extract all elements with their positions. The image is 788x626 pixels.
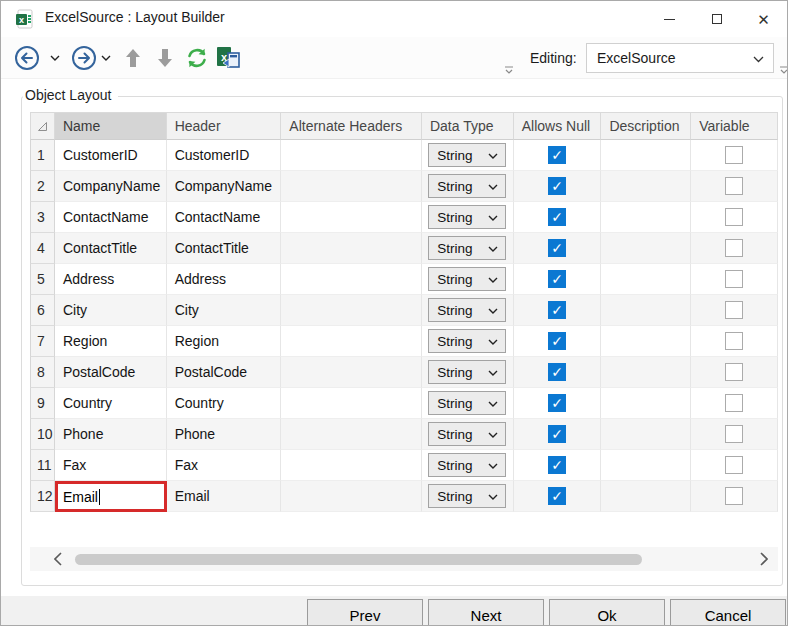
alternate-headers-cell[interactable] (281, 326, 422, 357)
data-type-dropdown[interactable]: String (428, 391, 506, 415)
header-cell[interactable]: Country (167, 388, 282, 419)
data-type-dropdown[interactable]: String (428, 422, 506, 446)
header-cell[interactable]: PostalCode (167, 357, 282, 388)
forward-dropdown-button[interactable] (98, 37, 114, 79)
refresh-button[interactable] (183, 37, 211, 79)
variable-checkbox[interactable] (725, 425, 743, 443)
allows-null-checkbox[interactable]: ✓ (548, 487, 566, 505)
data-type-dropdown[interactable]: String (428, 360, 506, 384)
header-cell[interactable]: CompanyName (167, 171, 282, 202)
next-button[interactable]: Next (428, 599, 544, 626)
column-header-variable[interactable]: Variable (691, 112, 778, 140)
allows-null-checkbox[interactable]: ✓ (548, 394, 566, 412)
alternate-headers-cell[interactable] (281, 450, 422, 481)
description-cell[interactable] (601, 357, 691, 388)
row-number[interactable]: 4 (30, 233, 55, 264)
name-cell[interactable]: CompanyName (55, 171, 167, 202)
scrollbar-thumb[interactable] (75, 554, 642, 565)
variable-checkbox[interactable] (725, 146, 743, 164)
name-cell[interactable]: ContactTitle (55, 233, 167, 264)
data-type-dropdown[interactable]: String (428, 298, 506, 322)
alternate-headers-cell[interactable] (281, 419, 422, 450)
row-number[interactable]: 9 (30, 388, 55, 419)
description-cell[interactable] (601, 481, 691, 512)
toolbar-overflow-icon[interactable] (779, 61, 788, 71)
row-number[interactable]: 8 (30, 357, 55, 388)
header-cell[interactable]: City (167, 295, 282, 326)
allows-null-checkbox[interactable]: ✓ (548, 425, 566, 443)
alternate-headers-cell[interactable] (281, 233, 422, 264)
header-cell[interactable]: Address (167, 264, 282, 295)
variable-checkbox[interactable] (725, 487, 743, 505)
variable-checkbox[interactable] (725, 177, 743, 195)
variable-checkbox[interactable] (725, 301, 743, 319)
name-cell[interactable]: Phone (55, 419, 167, 450)
header-cell[interactable]: Fax (167, 450, 282, 481)
data-type-dropdown[interactable]: String (428, 143, 506, 167)
row-number[interactable]: 12 (30, 481, 55, 512)
allows-null-checkbox[interactable]: ✓ (548, 270, 566, 288)
name-cell[interactable]: Fax (55, 450, 167, 481)
move-up-button[interactable] (120, 37, 146, 79)
data-type-dropdown[interactable]: String (428, 174, 506, 198)
data-type-dropdown[interactable]: String (428, 484, 506, 508)
header-cell[interactable]: Phone (167, 419, 282, 450)
header-cell[interactable]: ContactName (167, 202, 282, 233)
description-cell[interactable] (601, 419, 691, 450)
prev-button[interactable]: Prev (307, 599, 423, 626)
column-header-alternate-headers[interactable]: Alternate Headers (281, 112, 422, 140)
column-header-data-type[interactable]: Data Type (422, 112, 514, 140)
name-cell[interactable]: PostalCode (55, 357, 167, 388)
alternate-headers-cell[interactable] (281, 140, 422, 171)
header-cell[interactable]: CustomerID (167, 140, 282, 171)
scroll-left-button[interactable] (50, 547, 66, 571)
allows-null-checkbox[interactable]: ✓ (548, 456, 566, 474)
column-header-header[interactable]: Header (167, 112, 282, 140)
maximize-button[interactable] (693, 1, 740, 37)
variable-checkbox[interactable] (725, 332, 743, 350)
scroll-right-button[interactable] (756, 547, 772, 571)
allows-null-checkbox[interactable]: ✓ (548, 301, 566, 319)
data-type-dropdown[interactable]: String (428, 205, 506, 229)
horizontal-scrollbar[interactable] (30, 547, 778, 571)
close-button[interactable]: ✕ (740, 1, 787, 37)
alternate-headers-cell[interactable] (281, 171, 422, 202)
row-number[interactable]: 11 (30, 450, 55, 481)
description-cell[interactable] (601, 295, 691, 326)
header-cell[interactable]: Email (167, 481, 282, 512)
name-cell[interactable]: Country (55, 388, 167, 419)
description-cell[interactable] (601, 233, 691, 264)
allows-null-checkbox[interactable]: ✓ (548, 363, 566, 381)
ok-button[interactable]: Ok (549, 599, 665, 626)
row-number[interactable]: 7 (30, 326, 55, 357)
row-number[interactable]: 2 (30, 171, 55, 202)
data-type-dropdown[interactable]: String (428, 236, 506, 260)
name-cell[interactable]: CustomerID (55, 140, 167, 171)
alternate-headers-cell[interactable] (281, 357, 422, 388)
variable-checkbox[interactable] (725, 363, 743, 381)
editing-combobox[interactable]: ExcelSource (586, 43, 774, 73)
alternate-headers-cell[interactable] (281, 202, 422, 233)
variable-checkbox[interactable] (725, 239, 743, 257)
alternate-headers-cell[interactable] (281, 481, 422, 512)
name-cell[interactable]: ContactName (55, 202, 167, 233)
data-type-dropdown[interactable]: String (428, 267, 506, 291)
variable-checkbox[interactable] (725, 456, 743, 474)
alternate-headers-cell[interactable] (281, 264, 422, 295)
back-button[interactable] (13, 37, 41, 79)
minimize-button[interactable] (646, 1, 693, 37)
column-header-allows-null[interactable]: Allows Null (514, 112, 602, 140)
description-cell[interactable] (601, 388, 691, 419)
name-cell[interactable]: Region (55, 326, 167, 357)
allows-null-checkbox[interactable]: ✓ (548, 146, 566, 164)
column-header-description[interactable]: Description (601, 112, 691, 140)
name-cell[interactable]: Address (55, 264, 167, 295)
variable-checkbox[interactable] (725, 208, 743, 226)
data-type-dropdown[interactable]: String (428, 329, 506, 353)
move-down-button[interactable] (152, 37, 178, 79)
description-cell[interactable] (601, 171, 691, 202)
cell-editor[interactable]: Email (55, 481, 167, 512)
column-header-name[interactable]: Name (55, 112, 167, 140)
cancel-button[interactable]: Cancel (670, 599, 786, 626)
allows-null-checkbox[interactable]: ✓ (548, 177, 566, 195)
